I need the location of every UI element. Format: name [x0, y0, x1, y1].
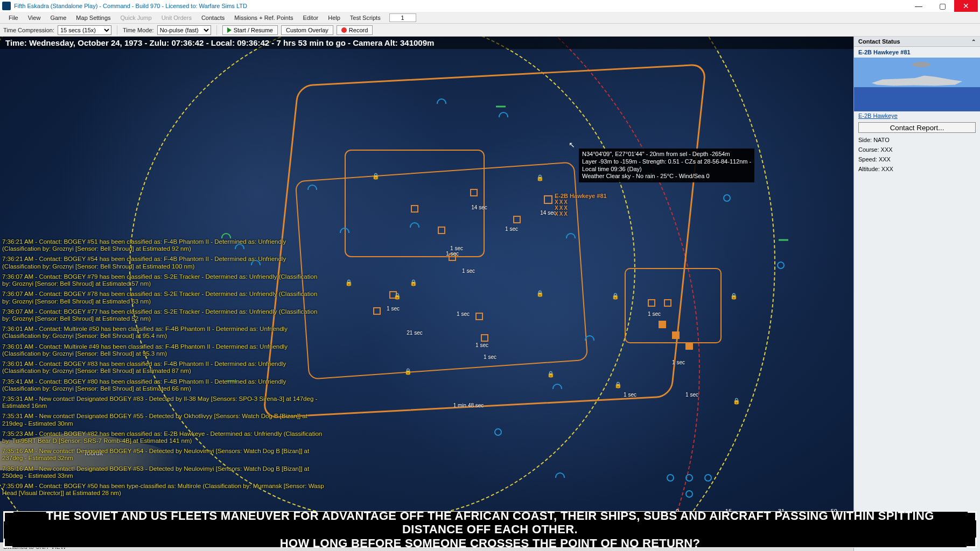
timer-label: 1 sec [475, 342, 488, 348]
contact-square[interactable] [481, 334, 488, 342]
contact-square[interactable] [411, 205, 418, 213]
friendly-ship[interactable] [307, 185, 317, 190]
friendly-unit[interactable] [704, 474, 712, 482]
time-compression-select[interactable]: 15 secs (15x) [58, 25, 111, 35]
start-resume-button[interactable]: Start / Resume [222, 25, 278, 35]
timer-label: 1 sec [446, 251, 459, 257]
scenario-caption: THE SOVIET AND US FLEETS MANEUVER FOR AD… [3, 511, 977, 548]
window-maximize[interactable]: ▢ [930, 0, 954, 12]
lock-icon [537, 175, 545, 183]
menu-missions[interactable]: Missions + Ref. Points [230, 13, 297, 22]
app-icon [2, 2, 11, 10]
selected-contact-box[interactable] [544, 195, 552, 204]
kv-altitude: Altitude: XXX [854, 164, 980, 174]
contact-square[interactable] [475, 313, 483, 320]
time-mode-select[interactable]: No-pulse (fast) [157, 25, 211, 35]
menu-unit-orders: Unit Orders [157, 13, 196, 22]
friendly-ship[interactable] [585, 335, 594, 341]
menu-test-scripts[interactable]: Test Scripts [346, 13, 385, 22]
lock-icon [613, 294, 620, 301]
mission-area [262, 63, 706, 419]
menu-file[interactable]: File [4, 13, 23, 22]
timer-label: 1 sec [672, 359, 685, 365]
lock-icon [411, 280, 418, 288]
menu-contacts[interactable]: Contacts [197, 13, 229, 22]
toolbar: Time Compression: 15 secs (15x) Time Mod… [0, 24, 980, 37]
kv-course: Course: XXX [854, 145, 980, 154]
neutral-unit[interactable] [779, 239, 788, 241]
timer-label: 1 sec [387, 306, 400, 312]
window-close[interactable]: ✕ [954, 0, 978, 12]
timer-label: 14 sec [471, 204, 487, 210]
record-button[interactable]: Record [337, 25, 373, 35]
mission-area [295, 161, 589, 379]
lock-icon [537, 291, 545, 299]
play-icon [227, 27, 232, 33]
timer-label: 1 sec [505, 226, 518, 232]
menu-view[interactable]: View [24, 13, 45, 22]
contact-square[interactable] [470, 189, 478, 196]
menu-editor[interactable]: Editor [298, 13, 323, 22]
neutral-unit[interactable] [221, 233, 231, 238]
lock-icon [731, 294, 739, 301]
contact-square[interactable] [438, 227, 445, 234]
contact-square[interactable] [513, 216, 521, 223]
friendly-unit[interactable] [723, 194, 731, 202]
timer-label: 1 sec [648, 311, 661, 317]
menu-bar: File View Game Map Settings Quick Jump U… [0, 12, 980, 24]
contact-name: E-2B Hawkeye #81 [854, 47, 980, 58]
timer-label: 1 min 48 sec [453, 402, 484, 408]
timer-label: 14 sec [540, 210, 556, 216]
contact-square[interactable] [373, 307, 381, 315]
timer-label: 1 sec [484, 354, 496, 360]
menu-num-field[interactable]: 1 [389, 13, 416, 22]
contact-square[interactable] [648, 299, 655, 307]
contact-square[interactable] [664, 299, 671, 307]
lock-icon [734, 399, 741, 406]
window-minimize[interactable]: — [907, 0, 930, 12]
friendly-unit[interactable] [777, 262, 785, 269]
contact-report-button[interactable]: Contact Report... [858, 122, 976, 133]
lock-icon [373, 174, 381, 181]
timer-label: 1 sec [624, 392, 636, 398]
friendly-ship[interactable] [552, 384, 562, 389]
tactical-map[interactable]: Time: Wednesday, October 24, 1973 - Zulu… [0, 37, 853, 551]
kv-side: Side: NATO [854, 135, 980, 145]
lock-icon [548, 372, 556, 379]
lock-icon [346, 280, 354, 288]
timer-label: 1 sec [462, 268, 475, 274]
selected-contact-label: E-2B Hawkeye #81 XXX XXX XXX [555, 193, 607, 217]
timer-label: 1 sec [685, 392, 698, 398]
contact-square[interactable] [672, 331, 680, 339]
friendly-ship[interactable] [340, 228, 349, 233]
time-mode-label: Time Mode: [123, 27, 154, 33]
friendly-ship[interactable] [555, 472, 565, 478]
neutral-unit[interactable] [496, 106, 506, 108]
friendly-unit[interactable] [685, 474, 693, 482]
contact-thumbnail [854, 58, 980, 111]
lock-icon [615, 383, 623, 390]
custom-overlay-button[interactable]: Custom Overlay [281, 25, 333, 35]
friendly-ship[interactable] [410, 222, 419, 228]
contact-panel: Contact Status ⌃ E-2B Hawkeye #81 E-2B H… [853, 37, 980, 551]
contact-square[interactable] [685, 342, 693, 350]
contact-db-link[interactable]: E-2B Hawkeye [858, 112, 898, 119]
friendly-unit[interactable] [685, 490, 693, 498]
friendly-ship[interactable] [499, 112, 508, 117]
kv-speed: Speed: XXX [854, 154, 980, 164]
menu-quick-jump: Quick Jump [116, 13, 156, 22]
friendly-ship[interactable] [437, 98, 446, 104]
menu-game[interactable]: Game [46, 13, 71, 22]
contact-square[interactable] [659, 321, 666, 328]
menu-map-settings[interactable]: Map Settings [72, 13, 115, 22]
mouse-cursor-icon: ↖ [569, 140, 575, 149]
menu-help[interactable]: Help [324, 13, 345, 22]
friendly-ship[interactable] [566, 233, 576, 238]
friendly-unit[interactable] [494, 428, 502, 436]
lock-icon [395, 294, 402, 301]
friendly-unit[interactable] [667, 474, 674, 482]
panel-title: Contact Status [858, 38, 900, 45]
record-icon [341, 27, 347, 33]
window-title: Fifth Eskadra (Standalone Play) - Comman… [14, 3, 247, 9]
panel-collapse-icon[interactable]: ⌃ [971, 39, 976, 45]
